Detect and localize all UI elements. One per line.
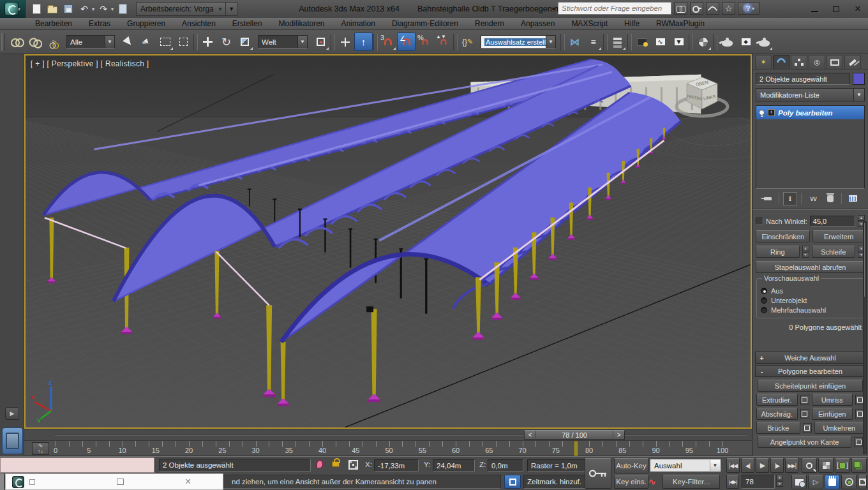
menu-item-rwmaxplugin[interactable]: RWMaxPlugin <box>648 18 713 30</box>
menu-item-maxscript[interactable]: MAXScript <box>563 18 616 30</box>
search-input[interactable] <box>558 2 671 15</box>
loop-button[interactable]: Schleife <box>812 246 856 258</box>
reference-coordinate-dropdown[interactable]: Welt▼ <box>258 35 308 48</box>
menu-item-erstellen[interactable]: Erstellen <box>224 18 271 30</box>
application-button[interactable]: ▾ <box>0 0 26 18</box>
window-crossing-toggle[interactable] <box>174 33 193 51</box>
object-color-swatch[interactable] <box>853 73 865 85</box>
perspective-viewport[interactable]: [ + ] [ Perspektive ] [ Realistisch ] OB… <box>24 54 752 429</box>
new-scene-button[interactable] <box>29 2 43 16</box>
select-and-scale-button[interactable] <box>236 33 254 51</box>
undo-dropdown-icon[interactable]: ▾ <box>92 6 94 12</box>
curve-editor-button[interactable]: ∿ <box>651 33 670 51</box>
zoom-all-button[interactable] <box>818 458 834 473</box>
angle-snap-toggle[interactable]: ∠ <box>397 33 415 51</box>
tab-modify[interactable] <box>773 55 789 69</box>
time-configuration-button[interactable] <box>791 475 807 489</box>
rectangular-selection-region-button[interactable] <box>156 33 174 51</box>
keyboard-shortcut-override-toggle[interactable]: ↑ <box>354 33 373 51</box>
selection-name-field[interactable]: 2 Objekte ausgewählt <box>756 73 850 85</box>
preview-option-off[interactable]: Aus <box>761 287 860 295</box>
help-button[interactable]: ?▾ <box>738 2 760 15</box>
preview-option-multi[interactable]: Mehrfachauswahl <box>761 306 860 314</box>
prompt-pin-icon[interactable] <box>317 460 323 468</box>
menu-item-animation[interactable]: Animation <box>333 18 384 30</box>
orbit-button[interactable] <box>841 475 857 489</box>
by-angle-checkbox[interactable] <box>756 218 763 225</box>
schematic-view-button[interactable]: ▼ <box>670 33 688 51</box>
tab-create[interactable]: ✶ <box>755 55 772 69</box>
go-to-start-button[interactable]: |◀◀ <box>726 458 740 473</box>
modifier-list-dropdown[interactable]: Modifikatoren-Liste ▼ <box>756 88 865 101</box>
spinner-snap-toggle[interactable]: ▲▼ <box>434 33 453 51</box>
subscription-button[interactable] <box>690 2 703 15</box>
configure-modifier-sets-button[interactable] <box>846 192 860 205</box>
align-button[interactable]: ≡ <box>584 33 602 51</box>
selection-lock-toggle[interactable] <box>332 458 340 467</box>
bridge-button[interactable]: Brücke <box>756 422 800 434</box>
render-production-button[interactable] <box>755 33 774 51</box>
previous-frame-button[interactable]: ◀| <box>741 458 754 473</box>
modifier-stack-item[interactable]: + Poly bearbeiten <box>756 106 864 119</box>
open-mini-curve-editor-button[interactable]: ∿↑↓ <box>32 442 49 455</box>
maximize-button[interactable] <box>117 479 124 485</box>
infocenter-arrow-icon[interactable]: ▸ <box>552 5 555 11</box>
extrude-settings-button[interactable] <box>800 395 809 405</box>
select-and-manipulate-button[interactable] <box>336 33 354 51</box>
open-file-button[interactable] <box>45 2 59 16</box>
named-selection-set-dropdown[interactable]: Auswahlsatz erstell▼ <box>481 35 556 48</box>
mirror-button[interactable]: ⋈ <box>565 33 584 51</box>
viewport-label[interactable]: [ + ] [ Perspektive ] [ Realistisch ] <box>31 59 149 68</box>
zoom-extents-all-button[interactable] <box>851 458 867 473</box>
workspace-dropdown[interactable]: Arbeitsbereich: Vorga ▾ <box>136 2 226 16</box>
undo-button[interactable]: ↶ <box>77 2 91 16</box>
tab-display[interactable] <box>827 55 843 69</box>
track-bar[interactable]: ∿↑↓ 051015202530354045505560657075808590… <box>24 440 752 456</box>
grow-button[interactable]: Erweitern <box>812 230 865 242</box>
viewcube[interactable]: OBEN HINTEN LINKS <box>671 67 733 122</box>
restore-button[interactable] <box>830 4 842 14</box>
bridge-settings-button[interactable] <box>803 423 812 433</box>
track-bar-ruler[interactable]: 0510152025303540455055606570758085909510… <box>56 441 748 457</box>
x-coordinate-field[interactable]: -17,33m <box>374 459 419 471</box>
menu-item-extras[interactable]: Extras <box>80 18 119 30</box>
select-and-link-button[interactable] <box>7 33 26 51</box>
menu-item-ansichten[interactable]: Ansichten <box>174 18 224 30</box>
by-angle-field[interactable]: 45,0 <box>810 216 855 226</box>
hinge-from-edge-button[interactable]: Angelpunkt von Kante <box>758 436 851 448</box>
z-coordinate-field[interactable]: 0,0m <box>488 459 523 471</box>
workspace-flyout-button[interactable]: ▼ <box>226 2 237 16</box>
communication-button[interactable] <box>706 2 719 15</box>
isolate-selection-toggle[interactable] <box>504 475 521 489</box>
pin-stack-button[interactable] <box>761 192 775 205</box>
snap-toggle-3d[interactable]: 3 <box>378 33 397 51</box>
bevel-settings-button[interactable] <box>800 409 809 419</box>
auto-key-button[interactable]: Auto-Key <box>614 458 648 473</box>
key-filter-selection-dropdown[interactable]: Auswahl ▼ <box>650 459 721 472</box>
outline-button[interactable]: Umriss <box>812 394 853 406</box>
select-and-move-button[interactable] <box>198 33 217 51</box>
absolute-mode-toggle[interactable] <box>348 460 358 470</box>
percent-snap-toggle[interactable]: % <box>415 33 434 51</box>
close-icon[interactable]: × <box>185 476 191 487</box>
bind-to-space-warp-button[interactable]: ≈ <box>44 33 63 51</box>
search-button[interactable] <box>674 2 687 15</box>
make-unique-button[interactable]: ∨∨ <box>805 192 819 205</box>
menu-item-anpassen[interactable]: Anpassen <box>513 18 563 30</box>
menu-item-gruppieren[interactable]: Gruppieren <box>119 18 174 30</box>
unlink-selection-button[interactable] <box>26 33 44 51</box>
menu-item-modifikatoren[interactable]: Modifikatoren <box>271 18 333 30</box>
select-and-rotate-button[interactable]: ↻ <box>217 33 236 51</box>
time-slider-handle[interactable]: < 78 / 100 > <box>524 430 625 440</box>
frame-spinner[interactable]: ▲▼ <box>776 475 783 489</box>
use-pivot-point-button[interactable] <box>311 33 330 51</box>
modifier-stack[interactable]: + Poly bearbeiten <box>756 105 865 189</box>
current-frame-marker[interactable] <box>574 441 578 456</box>
rendered-frame-window-button[interactable]: ◆ <box>737 33 755 51</box>
floating-window-titlebar[interactable]: × <box>5 473 223 490</box>
select-by-name-button[interactable]: ≡ <box>137 33 156 51</box>
remove-modifier-button[interactable] <box>823 192 837 205</box>
menu-item-hilfe[interactable]: Hilfe <box>616 18 648 30</box>
maxscript-mini-listener[interactable] <box>0 457 154 473</box>
ring-button[interactable]: Ring <box>756 246 800 258</box>
